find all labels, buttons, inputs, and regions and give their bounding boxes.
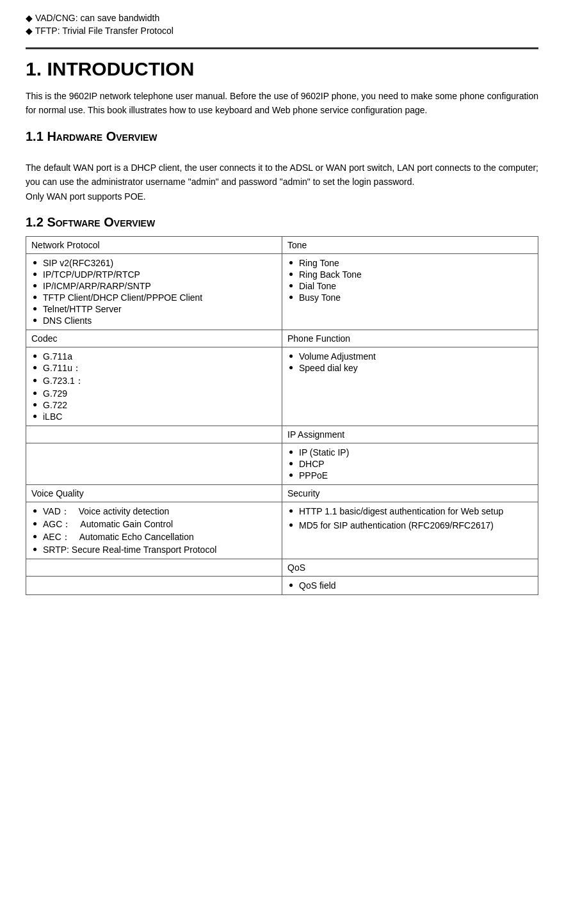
empty-left-3 <box>26 559 282 576</box>
list-item: G.723.1： <box>31 375 277 388</box>
list-item: Dial Tone <box>287 280 533 292</box>
list-item: DNS Clients <box>31 315 277 326</box>
security-list: HTTP 1.1 basic/digest authentication for… <box>287 506 533 531</box>
list-item: SRTP: Secure Real-time Transport Protoco… <box>31 544 277 555</box>
list-item: HTTP 1.1 basic/digest authentication for… <box>287 506 533 517</box>
list-item: G.722 <box>31 399 277 411</box>
qos-header: QoS <box>282 559 538 576</box>
list-item: Ring Back Tone <box>287 269 533 280</box>
list-item: Busy Tone <box>287 292 533 303</box>
tone-header: Tone <box>282 236 538 253</box>
list-item: AGC： Automatic Gain Control <box>31 518 277 531</box>
list-item: QoS field <box>287 580 533 591</box>
section1-1-heading: 1.1 Hardware Overview <box>26 129 538 144</box>
network-protocol-header: Network Protocol <box>26 236 282 253</box>
list-item: G.711u： <box>31 362 277 375</box>
section1-title: 1. INTRODUCTION <box>26 58 538 80</box>
list-item: Volume Adjustment <box>287 351 533 362</box>
list-item: IP/TCP/UDP/RTP/RTCP <box>31 269 277 280</box>
tone-list: Ring Tone Ring Back Tone Dial Tone Busy … <box>287 257 533 303</box>
list-item: AEC： Automatic Echo Cancellation <box>31 531 277 544</box>
empty-left-4 <box>26 576 282 594</box>
vq-list: VAD： Voice activity detection AGC： Autom… <box>31 506 277 555</box>
phone-function-header: Phone Function <box>282 330 538 347</box>
list-item: TFTP Client/DHCP Client/PPPOE Client <box>31 292 277 303</box>
list-item: MD5 for SIP authentication (RFC2069/RFC2… <box>287 520 533 531</box>
list-item: PPPoE <box>287 470 533 481</box>
bullet-tftp: TFTP: Trivial File Transfer Protocol <box>26 26 538 36</box>
network-protocol-list: SIP v2(RFC3261) IP/TCP/UDP/RTP/RTCP IP/I… <box>31 257 277 326</box>
software-overview-table: Network Protocol Tone SIP v2(RFC3261) IP… <box>26 236 538 595</box>
phone-function-list: Volume Adjustment Speed dial key <box>287 351 533 374</box>
list-item: SIP v2(RFC3261) <box>31 257 277 269</box>
codec-header-cell: Codec <box>26 330 282 347</box>
security-header: Security <box>282 484 538 502</box>
list-item: DHCP <box>287 458 533 470</box>
empty-left <box>26 426 282 443</box>
intro-bullets: VAD/CNG: can save bandwidth TFTP: Trivia… <box>26 13 538 36</box>
section1-intro: This is the 9602IP network telephone use… <box>26 89 538 118</box>
list-item: IP/ICMP/ARP/RARP/SNTP <box>31 280 277 292</box>
list-item: IP (Static IP) <box>287 447 533 458</box>
list-item: Telnet/HTTP Server <box>31 303 277 315</box>
list-item: iLBC <box>31 411 277 422</box>
voice-quality-header: Voice Quality <box>26 484 282 502</box>
section1-2-heading: 1.2 Software Overview <box>26 215 538 230</box>
qos-list: QoS field <box>287 580 533 591</box>
codec-list: G.711a G.711u： G.723.1： G.729 G.722 iLBC <box>31 351 277 422</box>
hardware-desc-1: The default WAN port is a DHCP client, t… <box>26 161 538 189</box>
hardware-desc-2: Only WAN port supports POE. <box>26 189 538 203</box>
bullet-vad: VAD/CNG: can save bandwidth <box>26 13 538 23</box>
ip-list: IP (Static IP) DHCP PPPoE <box>287 447 533 481</box>
list-item: G.711a <box>31 351 277 362</box>
list-item: Speed dial key <box>287 362 533 374</box>
hardware-desc: The default WAN port is a DHCP client, t… <box>26 161 538 203</box>
empty-left-2 <box>26 443 282 484</box>
section-divider <box>26 47 538 49</box>
ip-assignment-header: IP Assignment <box>282 426 538 443</box>
list-item: Ring Tone <box>287 257 533 269</box>
list-item: VAD： Voice activity detection <box>31 506 277 518</box>
list-item: G.729 <box>31 388 277 399</box>
